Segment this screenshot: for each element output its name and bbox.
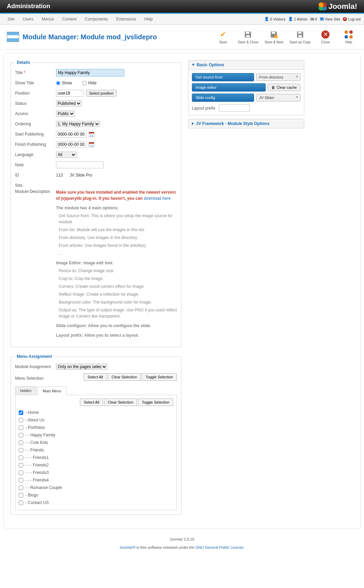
menu-components[interactable]: Components [81, 14, 112, 24]
radio-show[interactable]: Show [56, 81, 72, 85]
menu-item-checkbox[interactable] [19, 410, 23, 415]
status-logout[interactable]: Log out [343, 17, 361, 21]
toolbar-buttons: ✔ Save Save & Close + Save & New Save as… [214, 30, 357, 44]
opt-source: Get source from From directory [192, 73, 300, 81]
menu-menus[interactable]: Menus [38, 14, 58, 24]
source-select[interactable]: From directory [256, 73, 300, 81]
status-select[interactable]: Published [56, 100, 82, 107]
select-all-button[interactable]: Select All [84, 373, 107, 381]
content: Details Title * Show Title Show Hide Pos… [3, 53, 361, 529]
list-item: - About Us [19, 416, 173, 424]
gpl-link[interactable]: GNU General Public License. [195, 545, 244, 549]
download-link[interactable]: download here [144, 196, 171, 201]
tab-hidden[interactable]: hidden [15, 386, 37, 395]
menu-help[interactable]: Help [140, 14, 157, 24]
startpub-input[interactable] [56, 131, 87, 138]
menu-extensions[interactable]: Extensions [112, 14, 140, 24]
list-item: - Home [19, 409, 173, 416]
save-close-button[interactable]: Save & Close [238, 30, 258, 44]
label-language: Language [15, 152, 56, 157]
menu-item-label: - - Romance Couple [25, 485, 62, 490]
menu-item-checkbox[interactable] [19, 425, 23, 430]
row-assign: Module Assignment Only on the pages sele… [15, 363, 177, 370]
menu-site[interactable]: Site [3, 14, 19, 24]
menubar-right: 👤0 Visitors 👤1 Admin 0 View Site Log out [264, 17, 361, 21]
note-input[interactable] [56, 162, 104, 168]
menuassign-legend: Menu Assignment [15, 354, 54, 359]
finishpub-input[interactable] [56, 141, 87, 148]
calendar-icon[interactable] [89, 132, 94, 137]
menu-users[interactable]: Users [19, 14, 38, 24]
save-new-button[interactable]: + Save & New [265, 30, 283, 44]
clear-cache-button[interactable]: 🗑Clear cache [268, 84, 300, 91]
layout-label: Layout prefix [192, 106, 215, 111]
select-all-button-2[interactable]: Select All [80, 398, 103, 406]
col-left: Details Title * Show Title Show Hide Pos… [11, 60, 181, 521]
opt-layout: Layout prefix [192, 104, 300, 112]
select-position-button[interactable]: Select position [86, 90, 117, 97]
list-item: - - Happy Family [19, 431, 173, 439]
module-desc: Make sure you have installed and enabled… [56, 189, 177, 340]
menu-item-checkbox[interactable] [19, 433, 23, 437]
row-language: Language All [15, 151, 177, 158]
ordering-select[interactable]: 1. My Happy Family [56, 121, 100, 127]
menu-item-checkbox[interactable] [19, 501, 23, 505]
position-input[interactable] [56, 90, 83, 97]
menu-item-checkbox[interactable] [19, 418, 23, 422]
joomla-icon [319, 2, 327, 11]
menu-item-label: - - - Friends4 [25, 478, 49, 482]
title-input[interactable] [56, 69, 124, 76]
menu-item-checkbox[interactable] [19, 463, 23, 467]
menu-item-checkbox[interactable] [19, 448, 23, 452]
status-viewsite[interactable]: View Site [320, 17, 340, 21]
tab-mainmenu[interactable]: Main Menu [38, 387, 66, 395]
toggle-selection-button[interactable]: Toggle Selection [142, 373, 177, 381]
svg-rect-6 [298, 35, 302, 37]
label-selection: Menu Selection: [15, 376, 56, 381]
menu-item-label: - - - Friends2 [25, 463, 49, 467]
basic-panel-header[interactable]: Basic Options [188, 60, 304, 70]
menu-item-checkbox[interactable] [19, 471, 23, 475]
basic-panel-body: Get source from From directory Image edi… [188, 70, 304, 115]
row-id: ID 113 JV Slide Pro [15, 171, 177, 179]
menu-item-label: - Home [25, 410, 39, 415]
menu-item-checkbox[interactable] [19, 486, 23, 490]
clear-selection-button[interactable]: Clear Selection [108, 373, 141, 381]
svg-rect-5 [298, 32, 302, 34]
slide-select[interactable]: JV Slider [256, 94, 300, 101]
layout-input[interactable] [219, 104, 250, 112]
menu-content[interactable]: Content [58, 14, 81, 24]
help-button[interactable]: Help [340, 30, 357, 44]
calendar-icon[interactable] [89, 142, 94, 147]
radio-hide[interactable]: Hide [82, 81, 97, 85]
assign-select[interactable]: Only on the pages selected [56, 364, 107, 370]
toggle-selection-button-2[interactable]: Toggle Selection [138, 398, 173, 406]
row-finishpub: Finish Publishing [15, 141, 177, 148]
close-button[interactable]: ✕ Close [317, 30, 334, 44]
site-text: Site [15, 182, 177, 189]
joomla-link[interactable]: Joomla!® [120, 545, 137, 549]
svg-text:+: + [275, 35, 277, 38]
menu-item-label: - - Cute Kids [25, 440, 48, 445]
trash-icon: 🗑 [271, 85, 275, 89]
row-selection: Menu Selection: Select All Clear Selecti… [15, 373, 177, 383]
label-position: Position [15, 91, 56, 96]
label-ordering: Ordering [15, 122, 56, 126]
save-copy-button[interactable]: Save as Copy [290, 30, 311, 44]
mail-icon [310, 18, 314, 20]
menu-item-label: - - - Friends3 [25, 470, 49, 475]
row-status: Status Published [15, 100, 177, 107]
jvframework-panel-header[interactable]: JV Framework - Module Style Options [188, 119, 304, 128]
clear-selection-button-2[interactable]: Clear Selection [104, 398, 137, 406]
access-select[interactable]: Public [56, 111, 75, 117]
menu-item-checkbox[interactable] [19, 440, 23, 445]
menu-item-checkbox[interactable] [19, 478, 23, 482]
menu-item-checkbox[interactable] [19, 493, 23, 498]
label-note: Note [15, 163, 56, 167]
status-visitors: 👤0 Visitors [264, 17, 285, 21]
status-messages[interactable]: 0 [310, 17, 317, 21]
details-legend: Details [15, 60, 32, 65]
menu-item-checkbox[interactable] [19, 456, 23, 460]
language-select[interactable]: All [56, 152, 76, 158]
save-button[interactable]: ✔ Save [214, 30, 232, 44]
